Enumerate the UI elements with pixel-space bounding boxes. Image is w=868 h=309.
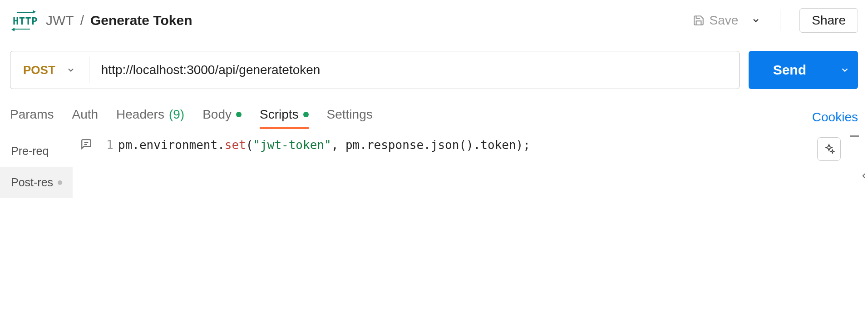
save-button[interactable]: Save	[693, 13, 738, 28]
share-button[interactable]: Share	[799, 8, 858, 33]
editor-code-line[interactable]: pm.environment.set("jwt-token", pm.respo…	[118, 135, 530, 299]
ai-assist-button[interactable]	[817, 137, 841, 161]
tab-scripts-label: Scripts	[260, 107, 299, 122]
script-type-sidebar: Pre-req Post-res	[0, 135, 73, 299]
modified-dot-icon	[236, 112, 242, 117]
http-method-selector[interactable]: POST	[10, 57, 89, 83]
chevron-down-icon	[751, 16, 760, 25]
tab-settings[interactable]: Settings	[327, 107, 373, 127]
editor-line-number: 1	[100, 135, 118, 299]
http-method-icon: HTTP	[13, 15, 38, 26]
tab-headers-count: (9)	[169, 107, 184, 122]
sparkle-icon	[823, 143, 835, 155]
send-dropdown[interactable]	[831, 51, 858, 89]
tab-auth[interactable]: Auth	[72, 107, 98, 127]
comment-icon[interactable]	[80, 138, 92, 150]
request-url-input[interactable]	[89, 63, 739, 77]
http-method-value: POST	[23, 63, 55, 77]
collapse-panel-icon[interactable]	[860, 172, 868, 180]
divider	[780, 10, 780, 31]
chevron-down-icon	[66, 65, 75, 75]
sidebar-item-pre-request[interactable]: Pre-req	[10, 135, 73, 167]
tab-headers-label: Headers	[116, 107, 164, 122]
tab-params[interactable]: Params	[10, 107, 54, 127]
save-icon	[693, 15, 705, 26]
sidebar-item-label: Post-res	[11, 176, 53, 189]
tab-scripts[interactable]: Scripts	[260, 107, 309, 127]
editor-minimap[interactable]	[850, 135, 859, 138]
chevron-down-icon	[840, 65, 850, 75]
breadcrumb-request[interactable]: Generate Token	[90, 13, 192, 28]
breadcrumb: JWT / Generate Token	[46, 13, 192, 28]
modified-dot-icon	[303, 112, 309, 117]
save-dropdown[interactable]	[749, 14, 763, 27]
cookies-link[interactable]: Cookies	[812, 110, 858, 125]
send-button[interactable]: Send	[749, 51, 831, 89]
tab-body[interactable]: Body	[202, 107, 242, 127]
script-editor[interactable]: 1 pm.environment.set("jwt-token", pm.res…	[73, 135, 868, 299]
tab-body-label: Body	[202, 107, 232, 122]
save-label: Save	[709, 13, 738, 28]
sidebar-item-post-response[interactable]: Post-res	[0, 167, 73, 198]
tab-headers[interactable]: Headers (9)	[116, 107, 184, 127]
breadcrumb-collection[interactable]: JWT	[46, 13, 74, 28]
request-url-bar: POST	[10, 51, 740, 89]
breadcrumb-separator: /	[80, 13, 84, 28]
modified-dot-icon	[58, 180, 62, 185]
